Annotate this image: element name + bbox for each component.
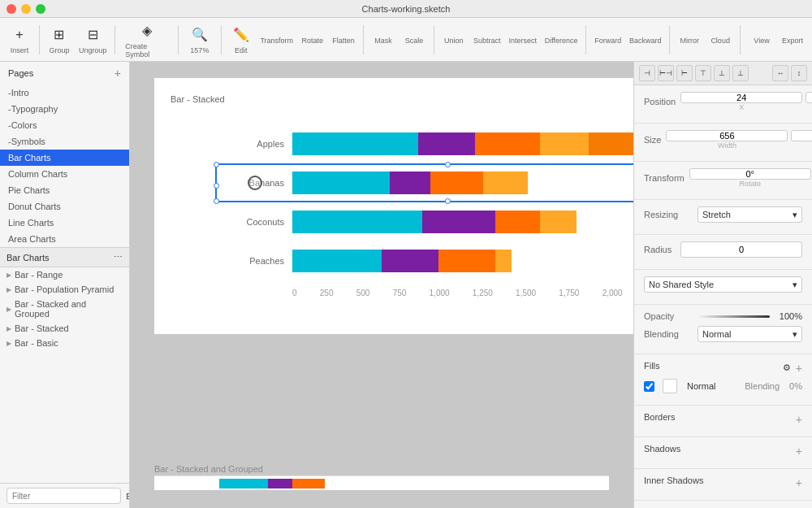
- sidebar-item-donut-charts[interactable]: Donut Charts: [0, 198, 129, 215]
- right-sidebar: ⊣ ⊢⊣ ⊢ ⊤ ⊥ ⊥ ↔ ↕ Position X: [633, 62, 812, 508]
- height-input[interactable]: [791, 130, 812, 141]
- ungroup-tool[interactable]: ⊟ Ungroup: [76, 22, 110, 58]
- mirror-tool[interactable]: Mirror: [675, 32, 704, 48]
- create-symbol-icon: ◈: [137, 21, 157, 41]
- sidebar-item-intro[interactable]: -Intro: [0, 85, 129, 101]
- shadows-header: Shadows +: [644, 444, 802, 458]
- difference-label: Difference: [545, 37, 578, 45]
- fills-header: Fills ⚙ +: [644, 361, 802, 375]
- insert-tool[interactable]: + Insert: [5, 22, 34, 58]
- chart-row-peaches[interactable]: Peaches: [231, 250, 633, 272]
- align-right-button[interactable]: ⊢: [676, 65, 693, 81]
- sidebar-item-line-charts[interactable]: Line Charts: [0, 215, 129, 231]
- layer-item-bar-range[interactable]: ▶Bar - Range: [0, 267, 129, 282]
- style-dropdown[interactable]: No Shared Style ▾: [644, 276, 802, 293]
- distribute-v-button[interactable]: ↕: [791, 65, 807, 81]
- fill-checkbox[interactable]: [644, 381, 654, 392]
- rotate-label: Rotate: [301, 37, 323, 45]
- chart-title: Bar - Stacked: [171, 94, 633, 104]
- width-input[interactable]: [666, 130, 788, 141]
- sidebar-item-colors[interactable]: -Colors: [0, 117, 129, 133]
- subtract-label: Subtract: [473, 37, 501, 45]
- layer-item-bar-stacked-grouped[interactable]: ▶Bar - Stacked and Grouped: [0, 297, 129, 321]
- sidebar-item-bar-charts[interactable]: Bar Charts: [0, 150, 129, 166]
- group-tool[interactable]: ⊞ Group: [45, 22, 74, 58]
- inner-shadows-add-button[interactable]: +: [796, 477, 802, 488]
- transform-inputs: Rotate ↔ ↕ Flip: [689, 168, 812, 188]
- height-label: Height: [791, 141, 812, 150]
- union-tool[interactable]: Union: [439, 32, 469, 48]
- sidebar-item-pie-charts[interactable]: Pie Charts: [0, 182, 129, 198]
- intersect-tool[interactable]: Intersect: [506, 32, 541, 48]
- bar-segment-3-3: [495, 250, 512, 272]
- layer-item-bar-basic[interactable]: ▶Bar - Basic: [0, 336, 129, 350]
- create-symbol-tool[interactable]: ◈ Create Symbol: [120, 18, 173, 62]
- edit-tool[interactable]: ✏️ Edit: [227, 22, 256, 58]
- filter-input[interactable]: [6, 488, 121, 504]
- layer-triangle: ▶: [6, 325, 11, 332]
- chart-row-bananas[interactable]: Bananas: [231, 172, 633, 194]
- layer-item-bar-stacked[interactable]: ▶Bar - Stacked: [0, 321, 129, 336]
- bar-segment-3-2: [438, 250, 495, 272]
- backward-tool[interactable]: Backward: [626, 32, 664, 48]
- fills-settings-icon[interactable]: ⚙: [783, 363, 791, 373]
- view-tool[interactable]: View: [747, 32, 776, 48]
- sidebar-item-typography[interactable]: -Typography: [0, 101, 129, 117]
- window-controls[interactable]: [6, 4, 45, 14]
- bar-container-coconuts: [292, 211, 633, 233]
- align-bottom-button[interactable]: ⊥: [732, 65, 749, 81]
- y-input[interactable]: [806, 92, 812, 103]
- transform-tool[interactable]: Transform: [257, 32, 296, 48]
- sidebar-item-symbols[interactable]: -Symbols: [0, 133, 129, 150]
- fills-add-button[interactable]: +: [796, 363, 802, 374]
- radius-input[interactable]: [680, 241, 802, 258]
- zoom-control[interactable]: 🔍 157%: [184, 22, 216, 58]
- rotate-input[interactable]: [689, 168, 811, 180]
- opacity-slider[interactable]: [698, 315, 770, 318]
- bar-stacked-chart[interactable]: Bar - Stacked ApplesBananasCoconutsPeach…: [154, 78, 633, 334]
- export-tool[interactable]: Export: [778, 32, 807, 48]
- resizing-section: Resizing Stretch ▾: [634, 200, 812, 235]
- chart-row-apples[interactable]: Apples: [231, 132, 633, 155]
- flatten-tool[interactable]: Flatten: [329, 32, 358, 48]
- ungroup-icon: ⊟: [83, 25, 102, 45]
- sidebar-item-area-charts[interactable]: Area Charts: [0, 231, 129, 247]
- blending-dropdown[interactable]: Normal ▾: [698, 326, 802, 342]
- difference-tool[interactable]: Difference: [542, 32, 581, 48]
- bar-segment-1-2: [430, 172, 483, 194]
- layer-triangle: ▶: [6, 340, 11, 347]
- cloud-tool[interactable]: Cloud: [706, 32, 735, 48]
- maximize-button[interactable]: [36, 4, 45, 14]
- align-left-button[interactable]: ⊣: [639, 65, 655, 81]
- chart-row-coconuts[interactable]: Coconuts: [231, 211, 633, 233]
- fill-swatch[interactable]: [663, 379, 677, 393]
- blending-row: Blending Normal ▾: [644, 326, 802, 342]
- resizing-dropdown[interactable]: Stretch ▾: [698, 206, 802, 223]
- inner-shadows-header: Inner Shadows +: [644, 475, 802, 489]
- rotate-tool[interactable]: Rotate: [298, 32, 327, 48]
- sidebar-bottom: ⊞ ↕: [0, 483, 129, 508]
- distribute-h-button[interactable]: ↔: [772, 65, 788, 81]
- align-center-button[interactable]: ⊢⊣: [658, 65, 674, 81]
- layers-options-icon[interactable]: ⋯: [114, 252, 123, 263]
- sidebar-item-column-charts[interactable]: Column Charts: [0, 166, 129, 182]
- zoom-label: 157%: [190, 46, 209, 54]
- pages-label: Pages: [8, 68, 33, 78]
- x-input[interactable]: [680, 92, 802, 103]
- borders-add-button[interactable]: +: [796, 414, 802, 425]
- align-top-button[interactable]: ⊤: [695, 65, 711, 81]
- minimize-button[interactable]: [21, 4, 31, 14]
- close-button[interactable]: [6, 4, 16, 14]
- mask-tool[interactable]: Mask: [369, 32, 398, 48]
- add-page-button[interactable]: +: [114, 67, 121, 80]
- shadows-add-button[interactable]: +: [796, 445, 802, 457]
- borders-section: Borders +: [634, 406, 812, 437]
- left-sidebar: Pages + -Intro-Typography-Colors-Symbols…: [0, 62, 130, 508]
- scale-tool[interactable]: Scale: [400, 32, 429, 48]
- separator-6: [434, 25, 434, 54]
- layer-item-bar-pop[interactable]: ▶Bar - Population Pyramid: [0, 282, 129, 297]
- canvas-area[interactable]: Bar - Stacked ApplesBananasCoconutsPeach…: [130, 62, 633, 508]
- forward-tool[interactable]: Forward: [591, 32, 624, 48]
- align-middle-button[interactable]: ⊥: [714, 65, 730, 81]
- subtract-tool[interactable]: Subtract: [470, 32, 504, 48]
